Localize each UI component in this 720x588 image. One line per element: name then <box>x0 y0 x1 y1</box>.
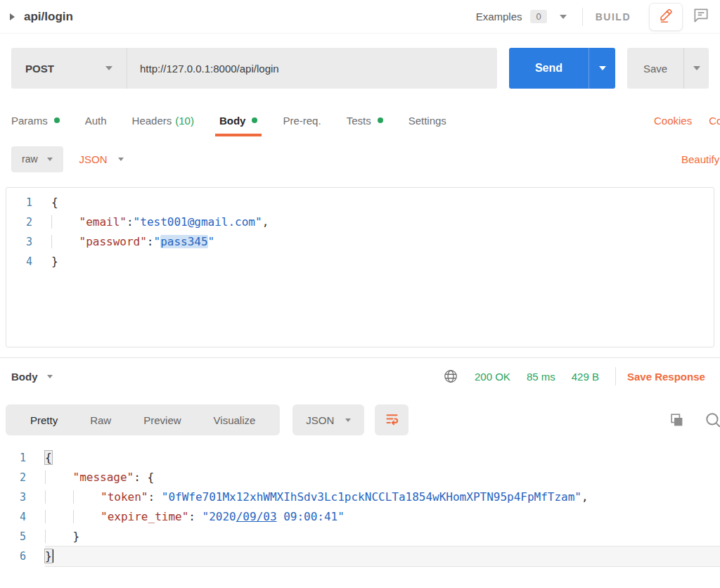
code-text: } <box>45 527 720 547</box>
wrap-text-button[interactable] <box>375 404 409 435</box>
code-line: 2 "email":"test001@gmail.com", <box>6 212 714 232</box>
code-token: } <box>45 549 52 563</box>
copy-icon <box>669 413 684 428</box>
line-number: 3 <box>6 232 51 252</box>
code-token: } <box>51 255 58 268</box>
code-token: "expire_time" <box>101 510 188 523</box>
code-text: } <box>45 547 720 566</box>
copy-button[interactable] <box>669 413 684 428</box>
network-globe-icon <box>443 369 458 384</box>
search-icon <box>704 411 720 429</box>
code-line: 3 "token": "0fWfe701Mx12xhWMXIhSdv3Lc1pc… <box>0 487 720 507</box>
tab-settings[interactable]: Settings <box>403 104 452 136</box>
response-time-badge: 85 ms <box>527 371 555 383</box>
view-tab-pretty[interactable]: Pretty <box>14 414 74 426</box>
response-status-group: 200 OK 85 ms 429 B Save Response <box>443 358 705 395</box>
response-meta-row: Body 200 OK 85 ms 429 B Save Response <box>0 358 720 395</box>
url-input[interactable]: http://127.0.0.1:8000/api/login <box>127 48 497 89</box>
code-token: { <box>45 451 52 464</box>
code-token: "email" <box>79 215 127 229</box>
response-code-lines: 1{2 "message": {3 "token": "0fWfe701Mx12… <box>0 448 720 566</box>
request-body-editor[interactable]: 1{2 "email":"test001@gmail.com",3 "passw… <box>6 187 714 347</box>
beautify-link[interactable]: Beautify <box>681 153 719 165</box>
code-line: 3 "password":"pass345" <box>6 232 714 252</box>
tab-settings-label: Settings <box>409 115 446 127</box>
response-language-dropdown[interactable]: JSON <box>292 404 364 435</box>
code-token: "token" <box>101 490 148 504</box>
request-header-bar: api/login Examples 0 BUILD <box>0 0 720 34</box>
line-number: 2 <box>0 468 45 487</box>
code-token: : <box>188 510 202 523</box>
response-body-viewer[interactable]: 1{2 "message": {3 "token": "0fWfe701Mx12… <box>0 444 720 566</box>
view-tab-raw[interactable]: Raw <box>74 414 127 426</box>
request-title: api/login <box>24 10 73 24</box>
response-body-dropdown[interactable]: Body <box>11 371 53 383</box>
body-type-label: raw <box>22 153 38 165</box>
response-body-label: Body <box>11 371 38 383</box>
line-number: 6 <box>0 547 45 566</box>
tab-tests[interactable]: Tests <box>341 104 389 136</box>
tab-pre-request-label: Pre-req. <box>283 115 321 127</box>
save-button[interactable]: Save <box>627 48 683 89</box>
send-options-button[interactable] <box>589 48 615 89</box>
body-type-caret-icon <box>47 158 53 161</box>
code-token: , <box>581 490 589 504</box>
save-options-button[interactable] <box>683 48 709 89</box>
tab-auth[interactable]: Auth <box>79 104 112 136</box>
tab-tests-label: Tests <box>347 115 371 127</box>
examples-caret-icon[interactable] <box>560 15 567 19</box>
view-tab-preview[interactable]: Preview <box>127 414 197 426</box>
language-label: JSON <box>79 153 108 165</box>
language-dropdown[interactable]: JSON <box>79 153 124 165</box>
collapse-arrow-icon[interactable] <box>10 13 15 20</box>
tab-pre-request[interactable]: Pre-req. <box>277 104 326 136</box>
tab-body-label: Body <box>219 115 246 127</box>
meta-divider <box>615 367 616 385</box>
send-caret-icon <box>599 66 606 70</box>
text-cursor <box>52 549 53 563</box>
line-number: 5 <box>0 527 45 547</box>
comment-button[interactable] <box>692 6 710 27</box>
code-token: " <box>154 235 161 248</box>
tab-params[interactable]: Params <box>6 104 65 136</box>
examples-count-badge: 0 <box>530 10 546 23</box>
cookies-link[interactable]: Cookies <box>654 115 692 127</box>
body-type-dropdown[interactable]: raw <box>11 146 63 172</box>
code-link[interactable]: Code <box>709 115 720 127</box>
request-url-bar: POST http://127.0.0.1:8000/api/login Sen… <box>0 48 720 89</box>
response-toolbar-right <box>669 403 720 437</box>
request-tabs: Params Auth Headers (10) Body Pre-req. T… <box>0 104 720 136</box>
code-text: } <box>51 252 714 271</box>
code-line: 5 } <box>0 527 720 547</box>
code-text: { <box>45 448 720 468</box>
send-button[interactable]: Send <box>509 48 589 89</box>
postman-app: { "colors": { "accent_orange": "#EF6B3D"… <box>0 0 720 588</box>
search-button[interactable] <box>704 411 720 429</box>
tabs-right-links: Cookies Code <box>654 104 720 136</box>
response-size-badge: 429 B <box>572 371 599 383</box>
params-status-dot <box>54 117 60 123</box>
tests-status-dot <box>378 117 383 123</box>
code-text: "token": "0fWfe701Mx12xhWMXIhSdv3Lc1pckN… <box>45 487 720 507</box>
save-button-group: Save <box>627 48 709 89</box>
code-token: : <box>147 235 154 248</box>
status-code-badge: 200 OK <box>475 371 510 383</box>
request-code-lines: 1{2 "email":"test001@gmail.com",3 "passw… <box>6 193 714 271</box>
code-token: " <box>208 235 215 248</box>
response-language-label: JSON <box>306 414 334 426</box>
edit-button[interactable] <box>649 3 683 31</box>
code-token: /09/03 <box>236 510 277 523</box>
code-token: "2020 <box>202 510 236 523</box>
examples-dropdown-label[interactable]: Examples <box>476 11 522 23</box>
code-token: { <box>51 196 58 209</box>
header-divider <box>582 8 583 26</box>
tab-body[interactable]: Body <box>214 104 264 136</box>
save-response-button[interactable]: Save Response <box>627 371 705 383</box>
build-mode-label[interactable]: BUILD <box>596 11 631 23</box>
tab-headers[interactable]: Headers (10) <box>127 104 200 136</box>
code-token: 09:00:41" <box>277 510 345 523</box>
code-line: 2 "message": { <box>0 468 720 487</box>
view-tab-visualize[interactable]: Visualize <box>198 414 272 426</box>
method-dropdown[interactable]: POST <box>11 48 127 89</box>
method-caret-icon <box>105 66 112 70</box>
